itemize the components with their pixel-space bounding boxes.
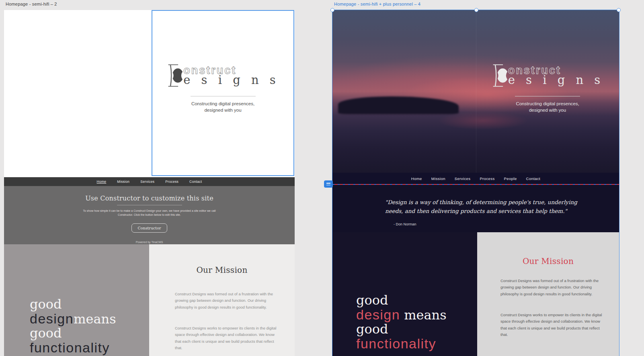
quote-attribution: - Don Norman xyxy=(394,222,416,226)
artboard-semi-hifi[interactable]: onstruct e s i g n s Constructing digita… xyxy=(4,10,295,356)
mission-paragraph-1: Construct Designs was formed out of a fr… xyxy=(175,291,277,311)
artboard-plus-personnel[interactable]: onstruct e s i g n s Constructing digita… xyxy=(332,10,619,356)
tagline-line1: Constructing digital presences, xyxy=(516,101,579,107)
mission-heading: Our Mission xyxy=(477,256,619,266)
nav-item-home[interactable]: Home xyxy=(411,176,422,181)
slogan-word: good xyxy=(356,293,388,308)
constructor-body-line1: To show how simple it can be to make a C… xyxy=(83,209,216,213)
mission-copy-panel: Our Mission Construct Designs was formed… xyxy=(477,232,619,356)
constructor-body-line2: Constructor. Click the button below to e… xyxy=(83,213,216,217)
sea-reflection xyxy=(418,111,548,143)
logo-divider xyxy=(515,96,580,96)
design-quote: "Design is a way of thinking, of determi… xyxy=(385,198,577,215)
slogan-word: functionality xyxy=(30,340,110,355)
nav-item-mission[interactable]: Mission xyxy=(117,180,129,184)
mission-heading: Our Mission xyxy=(149,265,295,275)
slogan-word: design xyxy=(30,311,74,326)
mission-section: good designmeans good functionality Our … xyxy=(332,232,619,356)
nav-item-services[interactable]: Services xyxy=(140,180,154,184)
slogan-word: good xyxy=(356,321,388,337)
nav-item-contact[interactable]: Contact xyxy=(526,176,541,181)
constructor-heading: Use Constructor to customize this site xyxy=(85,194,213,202)
mission-paragraph-2: Construct Designs works to empower its c… xyxy=(500,312,603,338)
site-logo: onstruct e s i g n s Constructing digita… xyxy=(476,61,619,113)
slogan-word: good xyxy=(30,325,62,341)
slogan-word: good xyxy=(30,297,62,312)
section-handle-icon[interactable] xyxy=(324,180,333,188)
slogan-word: design xyxy=(356,307,400,322)
selection-handle-top-left[interactable] xyxy=(330,8,334,12)
nav-item-mission[interactable]: Mission xyxy=(431,176,445,181)
frame-label-left[interactable]: Homepage - semi-hifi – 2 xyxy=(6,2,57,6)
mission-slogan-panel: good designmeans good functionality xyxy=(332,232,477,356)
slogan-text: good designmeans good functionality xyxy=(356,293,447,350)
mission-section: good designmeans good functionality Our … xyxy=(4,244,295,356)
mission-paragraph-2: Construct Designs works to empower its c… xyxy=(175,325,277,351)
nav-item-people[interactable]: People xyxy=(504,176,517,181)
nav-item-process[interactable]: Process xyxy=(165,180,178,184)
mission-copy-panel: Our Mission Construct Designs was formed… xyxy=(149,244,295,356)
constructor-divider xyxy=(117,205,182,205)
site-navbar: Home Mission Services Process Contact xyxy=(4,177,295,186)
nav-item-home[interactable]: Home xyxy=(96,180,106,184)
frame-label-right[interactable]: Homepage - semi-hifi + plus personnel – … xyxy=(334,2,420,6)
logo-word-designs: e s i g n s xyxy=(508,73,604,87)
nav-item-process[interactable]: Process xyxy=(480,176,494,181)
nav-item-services[interactable]: Services xyxy=(455,176,471,181)
selection-handle-top-middle[interactable] xyxy=(474,8,478,12)
powered-by-tinacms: Powered by TinaCMS xyxy=(136,241,163,243)
mission-paragraph-1: Construct Designs was formed out of a fr… xyxy=(500,278,603,297)
selection-handle-top-right[interactable] xyxy=(617,8,621,12)
quote-section: "Design is a way of thinking, of determi… xyxy=(332,185,619,232)
slogan-word: means xyxy=(74,311,116,327)
mission-slogan-panel: good designmeans good functionality xyxy=(4,244,149,356)
site-navbar: Home Mission Services Process People Con… xyxy=(332,173,619,184)
slogan-word: functionality xyxy=(356,336,436,351)
section-guide-line xyxy=(332,184,619,185)
slogan-text: good designmeans good functionality xyxy=(30,297,116,354)
constructor-button[interactable]: Constructor xyxy=(131,223,167,233)
logo-mark-icon xyxy=(491,63,510,88)
nav-item-contact[interactable]: Contact xyxy=(189,180,202,184)
constructor-banner: Use Constructor to customize this site T… xyxy=(4,186,295,244)
design-canvas: Homepage - semi-hifi – 2 Homepage - semi… xyxy=(0,0,644,356)
hero-photo-sunset-sea: onstruct e s i g n s Constructing digita… xyxy=(332,10,619,173)
tagline-line2: designed with you xyxy=(516,107,579,114)
hero-section: onstruct e s i g n s Constructing digita… xyxy=(4,10,295,177)
slogan-word: means xyxy=(404,307,446,323)
selection-rectangle[interactable] xyxy=(152,10,294,176)
